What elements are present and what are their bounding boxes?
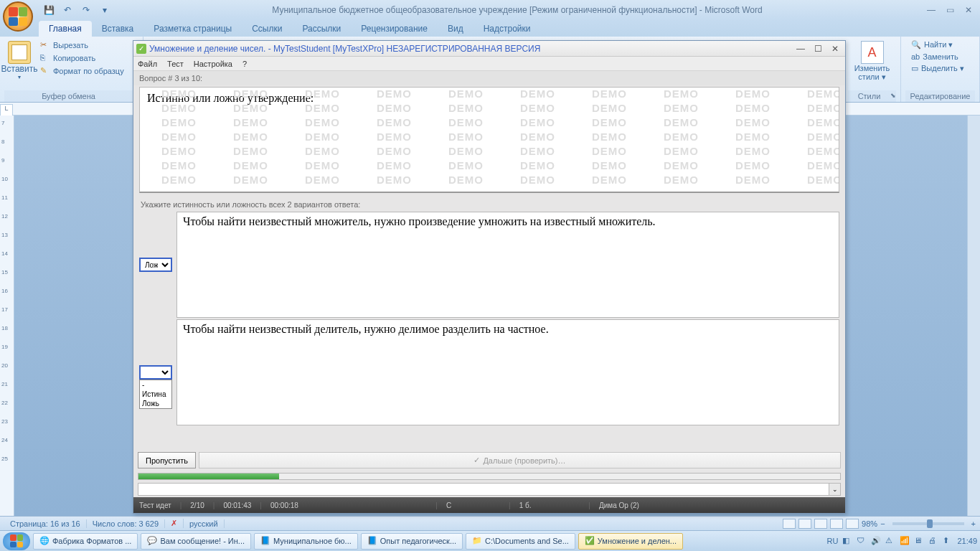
clipboard-icon (8, 41, 31, 64)
maximize-icon[interactable]: ▭ (941, 4, 958, 17)
check-icon: ✓ (473, 456, 480, 465)
tray-icon[interactable]: ⚠ (885, 536, 895, 546)
view-print-icon[interactable] (783, 519, 796, 529)
tab-layout[interactable]: Разметка страницы (143, 21, 242, 37)
answer-dropdown[interactable]: - Истина Ложь (139, 380, 172, 409)
redo-icon[interactable]: ↷ (79, 3, 93, 17)
office-button[interactable] (3, 1, 33, 32)
tab-references[interactable]: Ссылки (242, 21, 292, 37)
replace-button[interactable]: abЗаменить (908, 52, 967, 62)
taskbar-label: Опыт педагогическ... (380, 537, 456, 545)
tab-addins[interactable]: Надстройки (473, 21, 541, 37)
clock[interactable]: 21:49 (957, 537, 977, 545)
format-painter-button[interactable]: ✎Формат по образцу (37, 65, 127, 77)
menu-file[interactable]: Файл (138, 60, 157, 68)
status-proof-icon[interactable]: ✗ (165, 519, 184, 528)
select-button[interactable]: ▭Выделить ▾ (908, 63, 967, 74)
maximize-icon[interactable]: ☐ (811, 43, 825, 55)
mytest-statusbar: Тест идет| 2/10| 00:01:43| 00:00:18 | С … (133, 497, 845, 513)
zoom-out-icon[interactable]: − (880, 519, 885, 528)
save-icon[interactable]: 💾 (42, 3, 56, 17)
menu-test[interactable]: Тест (167, 60, 184, 68)
taskbar-label: Фабрика Форматов ... (52, 537, 131, 545)
zoom-slider[interactable] (892, 522, 964, 525)
paste-button[interactable]: Вставить ▾ (4, 38, 34, 80)
view-web-icon[interactable] (814, 519, 827, 529)
view-draft-icon[interactable] (846, 519, 859, 529)
close-icon[interactable]: ✕ (960, 4, 977, 17)
answer-text-2: Чтобы найти неизвестный делитель, нужно … (176, 319, 839, 425)
skip-button[interactable]: Пропустить (138, 452, 196, 468)
minimize-icon[interactable]: ― (793, 43, 808, 55)
menu-help[interactable]: ? (242, 60, 247, 68)
status-page[interactable]: Страница: 16 из 16 (4, 519, 87, 528)
app-icon: ✓ (136, 44, 146, 54)
minimize-icon[interactable]: ― (923, 4, 940, 17)
view-outline-icon[interactable] (830, 519, 843, 529)
view-read-icon[interactable] (798, 519, 811, 529)
tab-mailings[interactable]: Рассылки (292, 21, 351, 37)
brush-icon: ✎ (40, 66, 50, 76)
close-icon[interactable]: ✕ (828, 43, 842, 55)
dropdown-option[interactable]: Ложь (140, 399, 171, 408)
copy-button[interactable]: ⎘Копировать (37, 52, 127, 64)
answer-select-2[interactable] (139, 365, 172, 380)
app-icon: 📁 (472, 536, 482, 546)
taskbar-item[interactable]: ✅Умножение и делен... (578, 533, 683, 550)
tray-icon[interactable]: 🔊 (871, 536, 881, 546)
tab-review[interactable]: Рецензирование (351, 21, 438, 37)
tab-insert[interactable]: Вставка (92, 21, 144, 37)
copy-label: Копировать (53, 54, 95, 62)
taskbar-item[interactable]: 💬Вам сообщение! - Ин... (141, 533, 251, 550)
format-label: Формат по образцу (53, 67, 124, 75)
mytest-title: Умножение и деление чисел. - MyTestStude… (149, 44, 793, 54)
zoom-value[interactable]: 98% (862, 519, 877, 528)
menu-settings[interactable]: Настройка (194, 60, 232, 68)
status-lang[interactable]: русский (184, 519, 224, 528)
taskbar-label: Вам сообщение! - Ин... (160, 537, 245, 545)
dialog-launcher-icon[interactable]: ⬊ (890, 92, 896, 99)
tab-home[interactable]: Главная (39, 21, 92, 37)
tray-icon[interactable]: 🖨 (928, 536, 938, 546)
taskbar-label: Муниципальное бю... (273, 537, 352, 545)
tray-icon[interactable]: ◧ (842, 536, 852, 546)
taskbar-item[interactable]: 🌐Фабрика Форматов ... (33, 533, 138, 550)
status-c: С (446, 501, 451, 509)
start-button[interactable] (3, 532, 30, 550)
undo-icon[interactable]: ↶ (60, 3, 75, 17)
next-label: Дальше (проверить)… (483, 456, 565, 465)
app-icon: 🌐 (39, 536, 50, 546)
qat-customize-icon[interactable]: ▾ (98, 3, 112, 17)
select-icon: ▭ (911, 64, 918, 73)
dropdown-option[interactable]: - (140, 380, 171, 390)
tray-icon[interactable]: 📶 (900, 536, 910, 546)
replace-label: Заменить (923, 52, 958, 61)
taskbar-item[interactable]: 📘Опыт педагогическ... (361, 533, 463, 550)
scroll-down-icon[interactable]: ⌄ (829, 484, 840, 495)
styles-group-label: Стили (858, 92, 881, 100)
taskbar-item[interactable]: 📘Муниципальное бю... (254, 533, 358, 550)
zoom-in-icon[interactable]: + (971, 519, 976, 528)
editing-group-label: Редактирование (910, 92, 971, 100)
dropdown-option[interactable]: Истина (140, 390, 171, 399)
clipboard-group-label: Буфер обмена (42, 92, 95, 100)
horizontal-scrollbar[interactable]: ⌄ (138, 483, 841, 496)
tab-view[interactable]: Вид (438, 21, 473, 37)
tray-icon[interactable]: 🛡 (857, 536, 867, 546)
answer-select-1[interactable]: Ложь (139, 258, 172, 272)
vertical-scrollbar[interactable] (967, 116, 980, 516)
find-button[interactable]: 🔍Найти ▾ (908, 39, 967, 50)
language-indicator[interactable]: RU (827, 537, 839, 545)
tray-icon[interactable]: 🖥 (914, 536, 924, 546)
next-button[interactable]: ✓Дальше (проверить)… (199, 452, 841, 468)
status-words[interactable]: Число слов: 3 629 (87, 519, 165, 528)
app-icon: ✅ (585, 536, 595, 546)
tray-icon[interactable]: ⬆ (943, 536, 953, 546)
taskbar-label: Умножение и делен... (598, 537, 677, 545)
status-user: Дима Ор (2) (599, 501, 639, 509)
change-styles-button[interactable]: A Изменить стили ▾ (848, 38, 896, 85)
cut-button[interactable]: ✂Вырезать (37, 39, 127, 51)
taskbar-item[interactable]: 📁C:\Documents and Se... (466, 533, 575, 550)
find-icon: 🔍 (911, 40, 921, 50)
select-label: Выделить ▾ (921, 64, 964, 73)
